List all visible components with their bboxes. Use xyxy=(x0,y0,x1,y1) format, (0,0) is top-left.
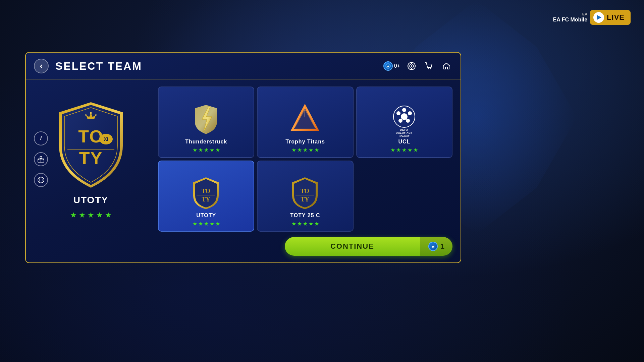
thunderstruck-stars: ★ ★ ★ ★ ★ xyxy=(193,147,220,153)
currency-display: 0+ xyxy=(383,61,400,71)
svg-text:CHAMPIONS: CHAMPIONS xyxy=(396,132,412,134)
svg-text:TY: TY xyxy=(202,196,210,203)
live-badge: EA EA FC Mobile LIVE xyxy=(553,10,631,25)
thunderstruck-logo xyxy=(190,103,223,136)
team-card-toty25c[interactable]: TO TY TOTY 25 C ★ ★ ★ ★ ★ xyxy=(257,161,353,232)
cart-icon-button[interactable] xyxy=(423,60,435,72)
utoty-logo-card: TO TY xyxy=(190,176,223,210)
continue-label: CONTINUE xyxy=(285,242,420,251)
selected-team-logo: TO TY XI xyxy=(52,99,129,189)
team-card-ucl[interactable]: UEFA CHAMPIONS LEAGUE UCL ★ ★ ★ ★ ★ xyxy=(356,86,452,158)
selected-team-stars: ★ ★ ★ ★ ★ xyxy=(70,211,112,220)
team-card-trophy-titans[interactable]: Trophy Titans ★ ★ ★ ★ ★ xyxy=(257,86,353,158)
continue-cost: 1 xyxy=(420,237,452,256)
trophy-titans-name: Trophy Titans xyxy=(285,139,325,145)
svg-text:TY: TY xyxy=(301,196,309,203)
svg-point-34 xyxy=(408,111,412,115)
svg-text:UEFA: UEFA xyxy=(400,128,408,131)
modal-body: i xyxy=(26,80,461,232)
modal-footer: CONTINUE 1 xyxy=(26,232,461,262)
svg-text:TO: TO xyxy=(202,188,210,194)
tactics-button[interactable] xyxy=(34,173,48,187)
toty25c-card-name: TOTY 25 C xyxy=(290,213,320,219)
svg-point-19 xyxy=(90,112,92,114)
svg-point-35 xyxy=(406,119,410,123)
svg-point-20 xyxy=(95,114,97,116)
team-preview: i xyxy=(34,86,148,232)
live-label: LIVE xyxy=(607,13,625,22)
live-pill: LIVE xyxy=(590,10,631,25)
ucl-name: UCL xyxy=(398,139,410,145)
select-team-modal: SELECT TEAM 0+ xyxy=(25,52,461,263)
svg-point-32 xyxy=(401,113,408,120)
team-card-thunderstruck[interactable]: Thunderstruck ★ ★ ★ ★ ★ xyxy=(158,86,254,158)
currency-amount: 0+ xyxy=(394,63,400,69)
trophy-titans-stars: ★ ★ ★ ★ ★ xyxy=(291,147,319,153)
modal-header: SELECT TEAM 0+ xyxy=(26,53,461,80)
thunderstruck-name: Thunderstruck xyxy=(185,139,227,145)
svg-point-36 xyxy=(398,119,402,123)
play-icon xyxy=(593,12,604,23)
ucl-stars: ★ ★ ★ ★ ★ xyxy=(390,147,418,153)
side-icons: i xyxy=(34,131,48,187)
svg-point-33 xyxy=(402,108,406,112)
toty25c-card-stars: ★ ★ ★ ★ ★ xyxy=(291,221,319,227)
fc-mobile-label: EA FC Mobile xyxy=(553,16,588,23)
target-icon-button[interactable] xyxy=(406,60,418,72)
utoty-card-stars: ★ ★ ★ ★ ★ xyxy=(193,221,220,227)
back-button[interactable] xyxy=(34,59,49,73)
svg-point-37 xyxy=(396,111,400,115)
svg-text:XI: XI xyxy=(104,136,108,142)
currency-icon xyxy=(383,61,393,71)
svg-point-18 xyxy=(85,114,87,116)
svg-text:LEAGUE: LEAGUE xyxy=(399,135,410,137)
trophy-titans-logo xyxy=(288,103,322,136)
ucl-logo: UEFA CHAMPIONS LEAGUE xyxy=(387,103,421,136)
svg-text:TO: TO xyxy=(78,127,103,146)
continue-cost-number: 1 xyxy=(440,242,444,251)
selected-team-name: UTOTY xyxy=(73,195,108,205)
home-icon-button[interactable] xyxy=(440,60,452,72)
teams-grid: Thunderstruck ★ ★ ★ ★ ★ xyxy=(158,86,452,232)
gift-button[interactable] xyxy=(34,152,48,166)
team-card-utoty[interactable]: TO TY UTOTY ★ ★ ★ ★ ★ xyxy=(158,161,254,232)
info-button[interactable]: i xyxy=(34,131,48,145)
utoty-card-name: UTOTY xyxy=(196,213,216,219)
ea-fc-logo: EA EA FC Mobile xyxy=(553,12,588,23)
continue-button[interactable]: CONTINUE 1 xyxy=(285,237,452,256)
header-icons: 0+ xyxy=(383,60,452,72)
teams-grid-wrapper: Thunderstruck ★ ★ ★ ★ ★ xyxy=(158,86,452,232)
svg-point-9 xyxy=(428,68,429,69)
page-title: SELECT TEAM xyxy=(55,60,377,72)
svg-text:TO: TO xyxy=(301,188,310,194)
ea-label: EA xyxy=(553,12,588,16)
svg-text:TY: TY xyxy=(79,148,103,168)
continue-cost-icon xyxy=(428,242,438,251)
teams-panel: Thunderstruck ★ ★ ★ ★ ★ xyxy=(158,86,452,232)
svg-point-10 xyxy=(430,68,431,69)
svg-point-4 xyxy=(411,65,412,67)
toty25c-logo: TO TY xyxy=(288,176,322,210)
